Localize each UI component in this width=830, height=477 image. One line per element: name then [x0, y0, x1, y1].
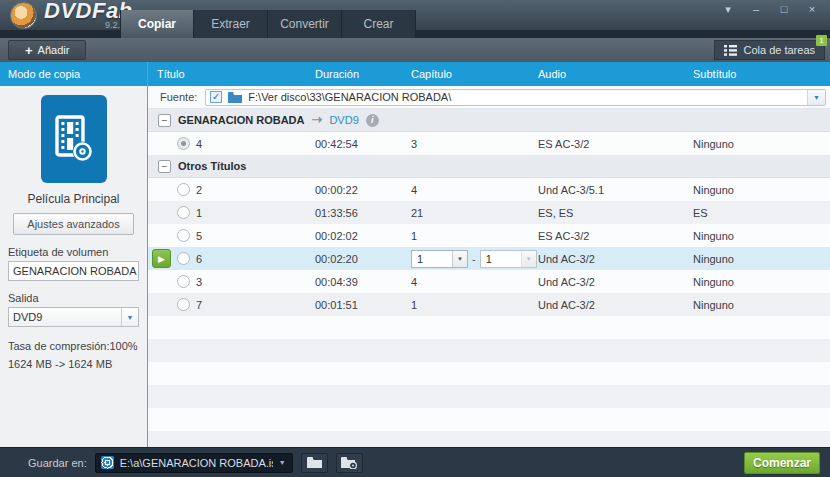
source-checkbox[interactable]: ✓	[210, 91, 222, 103]
tab-copiar[interactable]: Copiar	[120, 10, 194, 38]
source-label: Fuente:	[160, 91, 197, 103]
titles-table: Título Duración Capítulo Audio Subtítulo…	[148, 62, 830, 447]
source-path: F:\Ver disco\33\GENARACION ROBADA\	[248, 91, 451, 103]
window-menu-icon[interactable]: ▾	[722, 3, 734, 16]
group-target-link[interactable]: DVD9	[329, 114, 358, 126]
chapter-range-cell: 1 ▼ - 1 ▼	[411, 250, 538, 268]
tab-crear[interactable]: Crear	[342, 10, 416, 38]
task-queue-button[interactable]: Cola de tareas	[714, 40, 825, 60]
chapter-cell: 4	[411, 276, 538, 288]
radio-unselected[interactable]	[177, 252, 190, 265]
group-row-main: − GENARACION ROBADA ➝ DVD9 i	[148, 109, 830, 132]
iso-disc-icon	[101, 456, 114, 469]
column-header-duracion: Duración	[315, 68, 411, 80]
radio-unselected[interactable]	[177, 275, 190, 288]
duration-cell: 00:04:39	[315, 276, 411, 288]
start-button[interactable]: Comenzar	[744, 452, 820, 474]
audio-cell: Und AC-3/2	[538, 299, 693, 311]
title-number: 1	[196, 207, 202, 219]
close-icon[interactable]: ×	[806, 3, 818, 16]
table-row-title-4[interactable]: 4 00:42:54 3 ES AC-3/2 Ninguno	[148, 132, 830, 155]
subtitle-cell: Ninguno	[693, 184, 830, 196]
subtitle-cell: ES	[693, 207, 830, 219]
arrow-right-icon: ➝	[312, 115, 323, 125]
column-header-titulo: Título	[148, 68, 315, 80]
main-movie-mode-card[interactable]	[41, 95, 107, 183]
chapter-from-value: 1	[417, 253, 423, 265]
table-row-title-1[interactable]: 1 01:33:56 21 ES, ES ES	[148, 201, 830, 224]
tab-extraer[interactable]: Extraer	[194, 10, 268, 38]
table-row-title-3[interactable]: 3 00:04:39 4 Und AC-3/2 Ninguno	[148, 270, 830, 293]
chapter-cell: 1	[411, 230, 538, 242]
source-dropdown-icon[interactable]: ▼	[807, 90, 825, 105]
radio-unselected[interactable]	[177, 298, 190, 311]
subtitle-cell: Ninguno	[693, 253, 830, 265]
maximize-icon[interactable]: □	[778, 3, 790, 16]
chapter-from-select[interactable]: 1 ▼	[411, 250, 468, 268]
output-select[interactable]: DVD9 ▼	[8, 307, 139, 327]
save-path-combobox[interactable]: E:\a\GENARACION ROBADA.iso ▼	[95, 453, 293, 473]
audio-cell: ES AC-3/2	[538, 138, 693, 150]
subtitle-cell: Ninguno	[693, 138, 830, 150]
browse-folder-button[interactable]	[301, 453, 328, 473]
toolbar: + Añadir Cola de tareas 1	[0, 38, 830, 62]
title-number: 7	[196, 299, 202, 311]
chevron-down-icon: ▼	[121, 308, 138, 326]
tab-convertir[interactable]: Convertir	[268, 10, 342, 38]
source-combobox[interactable]: ✓ F:\Ver disco\33\GENARACION ROBADA\ ▼	[205, 89, 826, 106]
column-header-subtitulo: Subtítulo	[693, 68, 830, 80]
table-row-title-7[interactable]: 7 00:01:51 1 Und AC-3/2 Ninguno	[148, 293, 830, 316]
group-name: Otros Títulos	[178, 160, 246, 172]
title-number: 4	[196, 138, 202, 150]
radio-unselected[interactable]	[177, 229, 190, 242]
volume-label-input[interactable]: GENARACION ROBADA	[8, 261, 139, 281]
chevron-down-icon: ▼	[521, 251, 536, 267]
chapter-to-value: 1	[486, 253, 492, 265]
collapse-icon[interactable]: −	[158, 160, 171, 173]
minimize-icon[interactable]: –	[750, 3, 762, 16]
radio-unselected[interactable]	[177, 206, 190, 219]
empty-rows-area	[148, 316, 830, 447]
main-content: Modo de copia Película Princip	[0, 62, 830, 447]
title-cell: 5	[148, 229, 315, 242]
advanced-settings-button[interactable]: Ajustes avanzados	[13, 213, 133, 235]
folder-icon	[307, 457, 322, 468]
info-icon[interactable]: i	[366, 114, 379, 127]
title-number: 6	[196, 253, 202, 265]
column-header-audio: Audio	[538, 68, 693, 80]
title-cell: 2	[148, 183, 315, 196]
folder-disc-icon	[341, 457, 357, 469]
save-path-value: E:\a\GENARACION ROBADA.iso	[120, 457, 273, 469]
column-header-capitulo: Capítulo	[411, 68, 538, 80]
collapse-icon[interactable]: −	[158, 114, 171, 127]
sidebar-header: Modo de copia	[0, 62, 147, 86]
radio-unselected[interactable]	[177, 183, 190, 196]
title-cell: 6	[148, 252, 315, 265]
output-selected-value: DVD9	[13, 311, 42, 323]
mode-name-label: Película Principal	[0, 192, 147, 206]
folder-icon	[228, 92, 242, 103]
title-cell: 3	[148, 275, 315, 288]
table-row-title-6[interactable]: ▶ 6 00:02:20 1 ▼ - 1 ▼ Un	[148, 247, 830, 270]
duration-cell: 00:02:02	[315, 230, 411, 242]
subtitle-cell: Ninguno	[693, 299, 830, 311]
source-row: Fuente: ✓ F:\Ver disco\33\GENARACION ROB…	[148, 86, 830, 109]
compression-rate-text: Tasa de compresión:100%	[8, 340, 139, 352]
title-number: 5	[196, 230, 202, 242]
chevron-down-icon[interactable]: ▼	[279, 459, 287, 466]
queue-button-label: Cola de tareas	[743, 44, 815, 56]
footer-bar: Guardar en: E:\a\GENARACION ROBADA.iso ▼…	[0, 447, 830, 477]
preview-play-button[interactable]: ▶	[152, 249, 171, 268]
volume-label-caption: Etiqueta de volumen	[8, 246, 139, 258]
add-source-button[interactable]: + Añadir	[8, 40, 86, 60]
radio-selected[interactable]	[177, 137, 190, 150]
audio-cell: ES, ES	[538, 207, 693, 219]
group-name: GENARACION ROBADA	[178, 114, 305, 126]
table-row-title-5[interactable]: 5 00:02:02 1 ES AC-3/2 Ninguno	[148, 224, 830, 247]
save-to-label: Guardar en:	[28, 457, 87, 469]
table-row-title-2[interactable]: 2 00:00:22 4 Und AC-3/5.1 Ninguno	[148, 178, 830, 201]
chapter-to-select[interactable]: 1 ▼	[480, 250, 537, 268]
audio-cell: Und AC-3/2	[538, 276, 693, 288]
plus-icon: +	[25, 45, 33, 56]
browse-disc-folder-button[interactable]	[336, 453, 363, 473]
